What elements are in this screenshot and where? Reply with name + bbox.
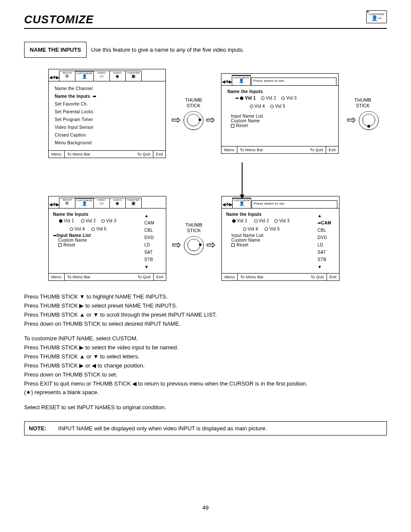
tab-setup[interactable]: SETUP⚙ (59, 71, 75, 81)
radio-icon[interactable] (70, 227, 73, 231)
menu-item[interactable]: Name the Channel (55, 85, 162, 93)
menu-body: Name the Channel Name the Inputs➡ Set Fa… (49, 81, 165, 150)
radio-icon[interactable] (91, 227, 95, 231)
list-item[interactable]: SAT (318, 249, 335, 256)
menu-item[interactable]: Set Program Timer (55, 116, 162, 124)
thumb-stick-icon (358, 111, 380, 130)
menu-item[interactable]: Closed Caption (55, 131, 162, 139)
instruction-line: Press THUMB STICK ▶ to select preset NAM… (24, 302, 387, 310)
video-icon: ▭ (100, 201, 103, 205)
list-item[interactable]: STB (318, 256, 335, 263)
radio-icon[interactable] (281, 96, 285, 100)
instruction-line: Select RESET to set INPUT NAMES to origi… (24, 404, 387, 412)
footer-exit[interactable]: Exit (326, 146, 338, 153)
option[interactable]: Input Name List (226, 233, 305, 238)
tab-customize[interactable]: CUSTOMIZE👤 (232, 75, 251, 85)
list-item[interactable]: LD (318, 241, 335, 249)
tab-video[interactable]: VIDEO▭ (93, 198, 110, 208)
footer-menu[interactable]: Menu (221, 146, 237, 153)
radio-icon[interactable] (243, 227, 246, 231)
radio-icon[interactable] (59, 219, 62, 223)
menu-item-selected[interactable]: Name the Inputs➡ (55, 93, 162, 100)
radio-icon[interactable] (81, 219, 84, 223)
option[interactable]: Reset (53, 243, 131, 247)
page-title: CUSTOMIZE (24, 13, 94, 26)
flow-arrow-icon: ⇨ (171, 114, 181, 125)
footer-menu[interactable]: Menu (222, 274, 238, 280)
radio-icon[interactable] (240, 96, 243, 100)
name-list: ▲ ➡CAM CBL DVD LD SAT STB ▼ (318, 212, 335, 271)
radio-icon[interactable] (232, 219, 236, 223)
menu-item[interactable]: Set Parental Locks (55, 108, 162, 116)
footer-exit[interactable]: Exit (153, 151, 165, 158)
option[interactable]: Reset (226, 243, 305, 247)
flow-connector: ▼ (97, 162, 387, 199)
nav-left-icon: ◀✥▶ (50, 73, 58, 81)
instruction-line: To customize INPUT NAME, select CUSTOM. (24, 335, 387, 343)
screen-customize-menu: ◀✥▶ SETUP⚙ CUSTOMIZE👤 VIDEO▭ AUDIO◉ THEA… (48, 69, 166, 158)
radio-icon[interactable] (270, 105, 274, 108)
arrow-up-icon[interactable]: ▲ (318, 212, 335, 219)
list-item-selected[interactable]: ➡CAM (318, 219, 335, 227)
radio-icon[interactable] (250, 105, 253, 108)
screen-name-inputs: ◀✥▶ CUSTOMIZE👤 Press select to set Name … (221, 73, 339, 154)
tab-audio[interactable]: AUDIO◉ (109, 198, 126, 208)
list-item[interactable]: CBL (318, 227, 335, 234)
option[interactable]: Input Name List (227, 114, 335, 118)
footer-to-menu-bar: To Menu Bar (65, 151, 135, 158)
list-item[interactable]: LD (144, 241, 162, 249)
checkbox-icon[interactable] (58, 243, 62, 247)
menu-body: Name the Inputs Vid 1 Vid 2 Vid 3 Vid 4 … (49, 208, 166, 273)
tab-customize[interactable]: CUSTOMIZE👤 (75, 198, 94, 208)
tab-customize[interactable]: CUSTOMIZE👤 (232, 198, 251, 208)
tab-customize[interactable]: CUSTOMIZE👤 (75, 71, 94, 81)
menu-item[interactable]: Menu Background (55, 139, 162, 147)
arrow-up-icon[interactable]: ▲ (144, 212, 162, 219)
footer-menu[interactable]: Menu (49, 274, 65, 280)
screens-row-1: ◀✥▶ SETUP⚙ CUSTOMIZE👤 VIDEO▭ AUDIO◉ THEA… (48, 69, 387, 158)
option[interactable]: Custom Name (227, 118, 335, 123)
vid-row: Vid 4 Vid 5 (59, 225, 131, 233)
instruction-line: Press THUMB STICK ▶ to select the video … (24, 344, 387, 352)
instruction-line: Press THUMB STICK ▶ or ◀ to change posit… (24, 362, 387, 370)
instruction-line: (★) represents a blank space. (24, 389, 387, 397)
tab-audio[interactable]: AUDIO◉ (109, 71, 126, 81)
arrow-right-icon: ➡ (235, 96, 240, 100)
footer-exit[interactable]: Exit (327, 274, 339, 280)
option-selected[interactable]: ➡Input Name List (53, 233, 131, 238)
nav-left-icon: ◀✥▶ (224, 200, 231, 208)
tab-setup[interactable]: SETUP⚙ (59, 198, 75, 208)
tab-video[interactable]: VIDEO▭ (93, 71, 110, 81)
list-item[interactable]: STB (144, 256, 162, 263)
list-item[interactable]: DVD (318, 234, 335, 241)
radio-icon[interactable] (265, 227, 268, 231)
menu-item[interactable]: Set Favorite Ch. (55, 100, 162, 108)
tab-theater[interactable]: THEATER▣ (125, 71, 142, 81)
footer-menu[interactable]: Menu (49, 151, 65, 158)
radio-icon[interactable] (101, 219, 105, 223)
instruction-line: Press THUMB STICK ▲ or ▼ to scroll throu… (24, 311, 387, 319)
list-item[interactable]: DVD (144, 234, 162, 241)
tab-theater[interactable]: THEATER▣ (125, 198, 142, 208)
option[interactable]: Custom Name (53, 238, 131, 243)
radio-icon[interactable] (261, 96, 265, 100)
footer-exit[interactable]: Exit (154, 274, 166, 280)
radio-icon[interactable] (254, 219, 258, 223)
checkbox-icon[interactable] (231, 124, 234, 128)
list-item[interactable]: SAT (144, 249, 162, 256)
list-item[interactable]: CBL (144, 227, 162, 234)
menu-item[interactable]: Video Input Sensor (55, 124, 162, 131)
list-item[interactable]: CAM (144, 219, 162, 227)
radio-icon[interactable] (274, 219, 278, 223)
checkbox-icon[interactable] (231, 243, 235, 247)
tab-bar: ◀✥▶ CUSTOMIZE👤 Press select to set (221, 74, 338, 86)
option[interactable]: Custom Name (226, 238, 305, 243)
arrow-down-icon[interactable]: ▼ (144, 263, 162, 271)
section-description: Use this feature to give a name to any o… (91, 47, 244, 53)
footer-to-quit: To Quit (134, 151, 153, 158)
option[interactable]: Reset (227, 123, 335, 128)
person-icon: 👤▫▫ (371, 16, 382, 21)
screen-footer: Menu To Menu Bar To Quit Exit (222, 273, 339, 280)
arrow-down-icon[interactable]: ▼ (318, 263, 335, 271)
flow-arrow-icon: ⇨ (347, 114, 356, 125)
